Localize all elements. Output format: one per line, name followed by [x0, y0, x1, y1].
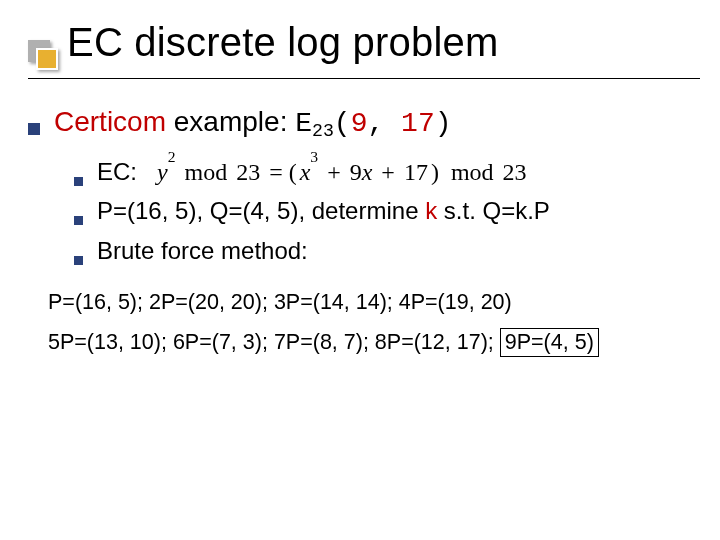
ec-formula: y2 mod 23 = (x3 + 9x + 17) mod 23 [157, 159, 527, 185]
title-row: EC discrete log problem [28, 20, 700, 84]
curve-notation: E23(9, 17) [295, 108, 451, 139]
bullet1-row: Certicom example: E23(9, 17) [28, 106, 692, 139]
square-bullet-icon [74, 216, 83, 225]
square-bullet-icon [74, 256, 83, 265]
curve-comma: , [367, 108, 401, 139]
brute-line-2a: 5P=(13, 10); 6P=(7, 3); 7P=(8, 7); 8P=(1… [48, 330, 500, 354]
sub-bullet-brute: Brute force method: [74, 235, 692, 267]
sub-bullet-list: EC: y2 mod 23 = (x3 + 9x + 17) mod 23 P=… [74, 155, 692, 267]
pq-k: k [425, 197, 437, 224]
slide-title: EC discrete log problem [67, 20, 498, 65]
brute-line-2: 5P=(13, 10); 6P=(7, 3); 7P=(8, 7); 8P=(1… [48, 323, 692, 363]
lead-rest: example: [166, 106, 295, 137]
sub-bullet-ec: EC: y2 mod 23 = (x3 + 9x + 17) mod 23 [74, 155, 692, 188]
square-bullet-icon [28, 123, 40, 135]
curve-sub: 23 [312, 121, 334, 141]
title-decor-squares [28, 40, 62, 82]
curve-a: 9 [351, 108, 368, 139]
square-gold-icon [36, 48, 58, 70]
title-underline [28, 78, 700, 79]
paren-open: ( [334, 108, 351, 139]
pq-post: s.t. Q=k.P [437, 197, 550, 224]
slide-body: Certicom example: E23(9, 17) EC: y2 mod … [28, 106, 692, 363]
brute-force-lines: P=(16, 5); 2P=(20, 20); 3P=(14, 14); 4P=… [48, 283, 692, 363]
curve-E: E [295, 108, 312, 139]
brute-boxed-answer: 9P=(4, 5) [500, 328, 599, 357]
ec-label: EC: [97, 158, 137, 185]
certicom-word: Certicom [54, 106, 166, 137]
brute-line-1: P=(16, 5); 2P=(20, 20); 3P=(14, 14); 4P=… [48, 283, 692, 323]
curve-b: 17 [401, 108, 435, 139]
slide: EC discrete log problem Certicom example… [0, 0, 720, 540]
pq-pre: P=(16, 5), Q=(4, 5), determine [97, 197, 425, 224]
brute-label: Brute force method: [97, 235, 308, 267]
sub-ec-content: EC: y2 mod 23 = (x3 + 9x + 17) mod 23 [97, 155, 527, 188]
square-bullet-icon [74, 177, 83, 186]
paren-close: ) [435, 108, 452, 139]
sub-bullet-pq: P=(16, 5), Q=(4, 5), determine k s.t. Q=… [74, 195, 692, 227]
lead-text: Certicom example: E23(9, 17) [54, 106, 452, 139]
sub-pq-content: P=(16, 5), Q=(4, 5), determine k s.t. Q=… [97, 195, 550, 227]
